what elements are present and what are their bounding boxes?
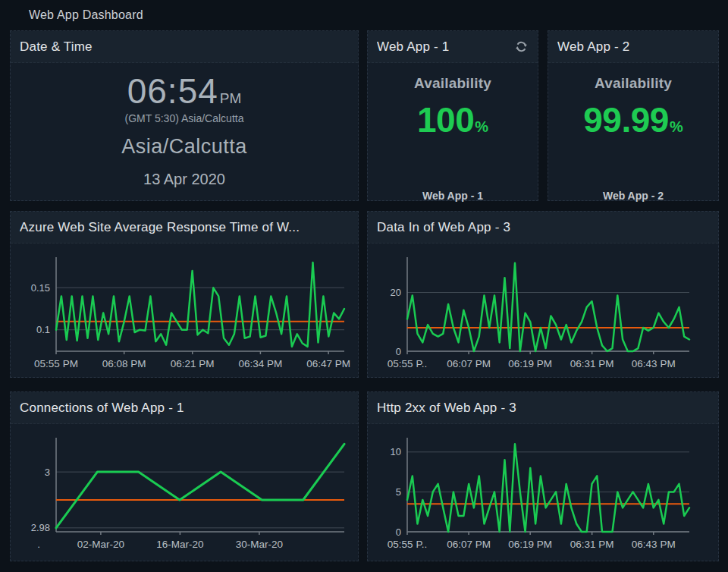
date-label: 13 Apr 2020 xyxy=(11,171,358,188)
web-app-2-panel-header: Web App - 2 xyxy=(548,31,718,63)
chart-canvas: 0.150.105:55 PM06:08 PM06:21 PM06:34 PM0… xyxy=(17,247,352,377)
panel-title: Date & Time xyxy=(20,39,93,55)
panel-connections-chart: Connections of Web App - 1 32.98.02-Mar-… xyxy=(10,391,359,561)
availability-value-row: 99.99% xyxy=(548,102,718,137)
date-time-body: 06:54PM (GMT 5:30) Asia/Calcutta Asia/Ca… xyxy=(11,63,358,188)
timezone-label: Asia/Calcutta xyxy=(11,135,358,159)
x-axis-label: 05:55 P.. xyxy=(388,539,427,550)
http-2xx-panel-header: Http 2xx of Web App - 3 xyxy=(368,392,718,424)
x-axis-label: 06:34 PM xyxy=(239,358,283,369)
clock-time: 06:54 xyxy=(127,71,218,111)
panel-title: Web App - 1 xyxy=(377,39,449,55)
x-axis-label: 06:19 PM xyxy=(508,539,552,550)
panel-web-app-2: Web App - 2 Availability 99.99% Web App … xyxy=(548,30,719,201)
chart-canvas: 105005:55 P..06:07 PM06:19 PM06:31 PM06:… xyxy=(374,427,712,558)
y-axis-label: 10 xyxy=(391,446,401,457)
x-axis-label: 06:08 PM xyxy=(102,358,146,369)
x-axis-label: 06:43 PM xyxy=(632,358,676,369)
data-in-panel-header: Data In of Web App - 3 xyxy=(368,212,718,244)
x-axis-label: 16-Mar-20 xyxy=(156,539,203,550)
series-line xyxy=(407,263,689,351)
series-line xyxy=(56,444,344,528)
monitor-name-label: Web App - 2 xyxy=(548,190,718,202)
panel-title: Web App - 2 xyxy=(557,39,629,55)
data-in-chart[interactable]: 20005:55 P..06:07 PM06:19 PM06:31 PM06:4… xyxy=(368,244,718,380)
x-axis-label: . xyxy=(37,539,40,550)
y-axis-label: 20 xyxy=(391,287,401,298)
connections-panel-header: Connections of Web App - 1 xyxy=(11,392,358,424)
series-line xyxy=(407,444,689,532)
monitor-name-label: Web App - 1 xyxy=(368,190,538,202)
panel-title: Connections of Web App - 1 xyxy=(20,401,184,416)
clock-meridiem: PM xyxy=(220,90,242,106)
availability-label: Availability xyxy=(368,75,538,92)
y-axis-label: 0 xyxy=(396,346,401,357)
panel-title: Azure Web Site Average Response Time of … xyxy=(20,220,300,235)
availability-value-row: 100% xyxy=(368,102,538,137)
availability-value: 100 xyxy=(417,100,474,140)
x-axis-label: 06:47 PM xyxy=(306,358,350,369)
web-app-2-body: Availability 99.99% Web App - 2 xyxy=(548,75,718,212)
chart-canvas: 32.98.02-Mar-2016-Mar-2030-Mar-20 xyxy=(17,427,352,558)
y-axis-label: 2.98 xyxy=(31,522,50,533)
availability-unit: % xyxy=(670,118,683,135)
x-axis-label: 06:07 PM xyxy=(447,358,491,369)
x-axis-label: 30-Mar-20 xyxy=(236,539,283,550)
x-axis-label: 06:19 PM xyxy=(508,358,552,369)
availability-value: 99.99 xyxy=(583,100,669,140)
http-2xx-chart[interactable]: 105005:55 P..06:07 PM06:19 PM06:31 PM06:… xyxy=(368,424,718,561)
y-axis-label: 0 xyxy=(396,526,401,538)
x-axis-label: 06:43 PM xyxy=(632,539,676,550)
response-time-chart[interactable]: 0.150.105:55 PM06:08 PM06:21 PM06:34 PM0… xyxy=(11,244,358,380)
x-axis-label: 06:07 PM xyxy=(447,539,491,550)
panel-date-time: Date & Time 06:54PM (GMT 5:30) Asia/Calc… xyxy=(10,30,359,201)
refresh-icon[interactable] xyxy=(514,39,529,54)
connections-chart[interactable]: 32.98.02-Mar-2016-Mar-2030-Mar-20 xyxy=(11,424,358,561)
availability-unit: % xyxy=(475,118,488,135)
availability-label: Availability xyxy=(548,75,718,92)
x-axis-label: 05:55 PM xyxy=(34,358,78,369)
y-axis-label: 0.15 xyxy=(31,282,50,294)
y-axis-label: 5 xyxy=(396,486,401,498)
panel-web-app-1: Web App - 1 Availability 100% Web App - … xyxy=(367,30,538,201)
chart-canvas: 20005:55 P..06:07 PM06:19 PM06:31 PM06:4… xyxy=(374,247,712,377)
y-axis-label: 0.1 xyxy=(36,324,50,335)
top-bar: Web App Dashboard xyxy=(0,0,728,30)
page-title: Web App Dashboard xyxy=(29,8,143,22)
x-axis-label: 06:31 PM xyxy=(570,539,614,550)
clock: 06:54PM xyxy=(11,74,358,108)
response-time-panel-header: Azure Web Site Average Response Time of … xyxy=(11,212,358,244)
x-axis-label: 02-Mar-20 xyxy=(77,539,124,550)
gmt-offset-label: (GMT 5:30) Asia/Calcutta xyxy=(11,112,358,124)
panel-title: Http 2xx of Web App - 3 xyxy=(377,401,516,416)
y-axis-label: 3 xyxy=(45,467,50,478)
date-time-panel-header: Date & Time xyxy=(11,31,358,63)
web-app-1-panel-header: Web App - 1 xyxy=(368,31,538,63)
web-app-1-body: Availability 100% Web App - 1 xyxy=(368,75,538,212)
series-line xyxy=(56,262,344,347)
x-axis-label: 06:21 PM xyxy=(171,358,215,369)
panel-title: Data In of Web App - 3 xyxy=(377,220,510,235)
panel-response-time-chart: Azure Web Site Average Response Time of … xyxy=(10,211,359,378)
panel-data-in-chart: Data In of Web App - 3 20005:55 P..06:07… xyxy=(367,211,719,378)
panel-http-2xx-chart: Http 2xx of Web App - 3 105005:55 P..06:… xyxy=(367,391,719,561)
x-axis-label: 06:31 PM xyxy=(570,358,614,369)
dashboard-page: Web App Dashboard Date & Time 06:54PM (G… xyxy=(0,0,728,572)
x-axis-label: 05:55 P.. xyxy=(388,358,427,369)
